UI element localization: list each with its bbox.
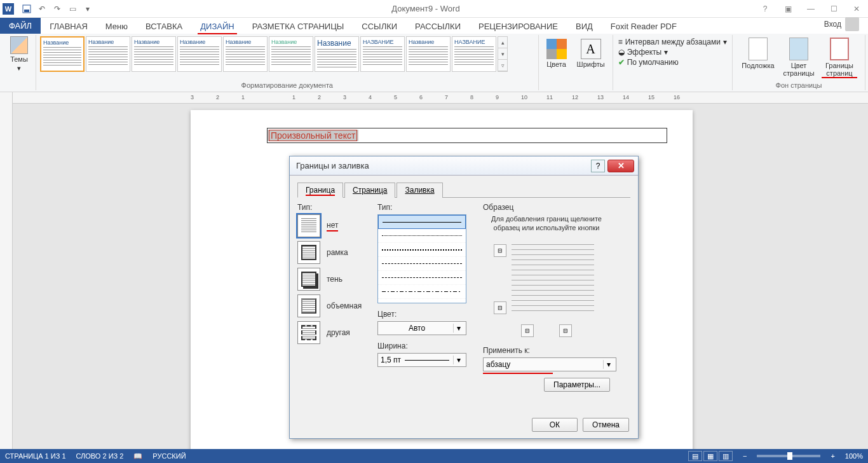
- tab-insert[interactable]: ВСТАВКА: [137, 19, 191, 34]
- selected-text: Произвольный текст: [269, 130, 357, 141]
- gallery-item[interactable]: НАЗВАНИЕ: [452, 36, 496, 72]
- status-page[interactable]: СТРАНИЦА 1 ИЗ 1: [5, 452, 66, 460]
- tab-references[interactable]: ССЫЛКИ: [353, 19, 406, 34]
- formatting-label: Форматирование документа: [40, 80, 534, 89]
- gallery-item[interactable]: Название: [177, 36, 222, 72]
- gallery-item[interactable]: НАЗВАНИЕ: [360, 36, 405, 72]
- zoom-slider[interactable]: [757, 455, 820, 457]
- page-borders-icon: [830, 38, 849, 60]
- gallery-item[interactable]: Название: [406, 36, 451, 72]
- style-list[interactable]: [377, 214, 466, 303]
- cancel-button[interactable]: Отмена: [583, 418, 629, 432]
- ribbon-options-icon[interactable]: ▣: [779, 3, 797, 15]
- gallery-item[interactable]: Название: [223, 36, 268, 72]
- ok-button[interactable]: ОК: [532, 418, 578, 432]
- view-print-icon[interactable]: ▦: [703, 451, 717, 461]
- watermark-button[interactable]: Подложка: [740, 38, 776, 78]
- group-themes: Темы▾: [3, 35, 36, 90]
- qat-redo[interactable]: ↷: [50, 2, 64, 16]
- tab-home[interactable]: ГЛАВНАЯ: [41, 19, 97, 34]
- apply-to-combo[interactable]: абзацу▾: [483, 357, 616, 371]
- status-language[interactable]: РУССКИЙ: [153, 452, 186, 460]
- paragraph-spacing-button[interactable]: ≡Интервал между абзацами▾: [618, 38, 727, 46]
- page-bg-label: Фон страницы: [736, 80, 861, 89]
- tab-design[interactable]: ДИЗАЙН: [191, 19, 243, 34]
- width-label: Ширина:: [377, 342, 473, 350]
- type-3d[interactable]: объемная: [297, 294, 367, 317]
- tab-menu[interactable]: Меню: [97, 19, 137, 34]
- dialog-tabs: Граница Страница Заливка: [297, 182, 630, 198]
- page-color-button[interactable]: Цвет страницы: [781, 38, 817, 78]
- themes-button[interactable]: Темы▾: [6, 36, 32, 73]
- zoom-in-button[interactable]: +: [831, 452, 834, 460]
- dialog-tab-fill[interactable]: Заливка: [397, 183, 442, 198]
- word-icon: W: [3, 3, 14, 15]
- gallery-item[interactable]: Название: [132, 36, 176, 72]
- tab-foxit[interactable]: Foxit Reader PDF: [602, 19, 686, 34]
- qat-more[interactable]: ▾: [81, 2, 95, 16]
- formatting-gallery[interactable]: Название Название Название Название Назв…: [40, 36, 534, 72]
- qat-new[interactable]: ▭: [65, 2, 79, 16]
- window-title: Документ9 - Word: [95, 4, 756, 13]
- type-box[interactable]: рамка: [297, 241, 367, 264]
- dialog-tab-border[interactable]: Граница: [297, 183, 343, 198]
- ribbon-tabs: ФАЙЛ ГЛАВНАЯ Меню ВСТАВКА ДИЗАЙН РАЗМЕТК…: [0, 18, 868, 34]
- gallery-item[interactable]: Название: [269, 36, 313, 72]
- view-web-icon[interactable]: ▥: [719, 451, 733, 461]
- edge-right-button[interactable]: ⊟: [559, 324, 572, 337]
- view-read-icon[interactable]: ▤: [688, 451, 702, 461]
- page-borders-button[interactable]: Границы страниц: [822, 38, 857, 78]
- gallery-item[interactable]: Название: [315, 36, 359, 72]
- gallery-more[interactable]: ▴▾▿: [498, 36, 508, 72]
- qat-save[interactable]: [20, 2, 34, 16]
- sign-in[interactable]: Вход: [815, 15, 868, 34]
- vertical-ruler[interactable]: [0, 92, 13, 449]
- edge-top-button[interactable]: ⊟: [494, 244, 506, 257]
- zoom-out-button[interactable]: −: [743, 452, 747, 460]
- tab-mailings[interactable]: РАССЫЛКИ: [406, 19, 470, 34]
- type-custom[interactable]: другая: [297, 321, 367, 344]
- minimize-icon[interactable]: —: [802, 3, 820, 15]
- status-words[interactable]: СЛОВО 2 ИЗ 2: [76, 452, 124, 460]
- color-combo[interactable]: Авто▾: [377, 321, 466, 335]
- effects-button[interactable]: ◒Эффекты▾: [618, 48, 727, 57]
- user-icon: [845, 17, 859, 31]
- color-label: Цвет:: [377, 310, 473, 319]
- zoom-level[interactable]: 100%: [845, 452, 863, 460]
- watermark-icon: [749, 38, 768, 60]
- type-shadow[interactable]: тень: [297, 268, 367, 291]
- width-combo[interactable]: 1,5 пт▾: [377, 353, 466, 367]
- dialog-tab-page[interactable]: Страница: [344, 183, 395, 198]
- page-color-icon: [789, 38, 808, 60]
- type-label: Тип:: [297, 203, 367, 212]
- gallery-item[interactable]: Название: [86, 36, 130, 72]
- group-formatting: Название Название Название Название Назв…: [36, 35, 539, 90]
- tab-review[interactable]: РЕЦЕНЗИРОВАНИЕ: [470, 19, 567, 34]
- tab-layout[interactable]: РАЗМЕТКА СТРАНИЦЫ: [243, 19, 353, 34]
- style-label: Тип:: [377, 203, 473, 212]
- help-icon[interactable]: ?: [756, 3, 774, 15]
- edge-bottom-button[interactable]: ⊟: [494, 301, 506, 314]
- bordered-paragraph[interactable]: Произвольный текст: [267, 128, 667, 143]
- tab-file[interactable]: ФАЙЛ: [0, 18, 41, 34]
- dialog-close-icon[interactable]: ✕: [607, 160, 634, 172]
- close-icon[interactable]: ✕: [848, 3, 865, 15]
- edge-left-button[interactable]: ⊟: [521, 324, 534, 337]
- dialog-title: Границы и заливка: [294, 161, 591, 170]
- maximize-icon[interactable]: ☐: [825, 3, 843, 15]
- status-proofing-icon[interactable]: 📖: [133, 452, 142, 460]
- borders-shading-dialog: Границы и заливка ? ✕ Граница Страница З…: [289, 156, 639, 439]
- dialog-help-icon[interactable]: ?: [591, 160, 605, 172]
- set-default-button[interactable]: ✔По умолчанию: [618, 58, 727, 67]
- horizontal-ruler[interactable]: 3 2 1 1 2 3 4 5 6 7 8 9 10 11 12 13 14 1…: [13, 92, 868, 104]
- ribbon: Темы▾ Название Название Название Названи…: [0, 34, 868, 92]
- gallery-item[interactable]: Название: [40, 36, 85, 72]
- dialog-titlebar[interactable]: Границы и заливка ? ✕: [290, 156, 638, 176]
- colors-button[interactable]: Цвета: [543, 36, 571, 71]
- qat-undo[interactable]: ↶: [35, 2, 49, 16]
- fonts-button[interactable]: AШрифты: [573, 36, 609, 71]
- themes-icon: [10, 36, 28, 54]
- type-none[interactable]: нет: [297, 214, 367, 237]
- params-button[interactable]: Параметры...: [544, 378, 610, 392]
- tab-view[interactable]: ВИД: [567, 19, 602, 34]
